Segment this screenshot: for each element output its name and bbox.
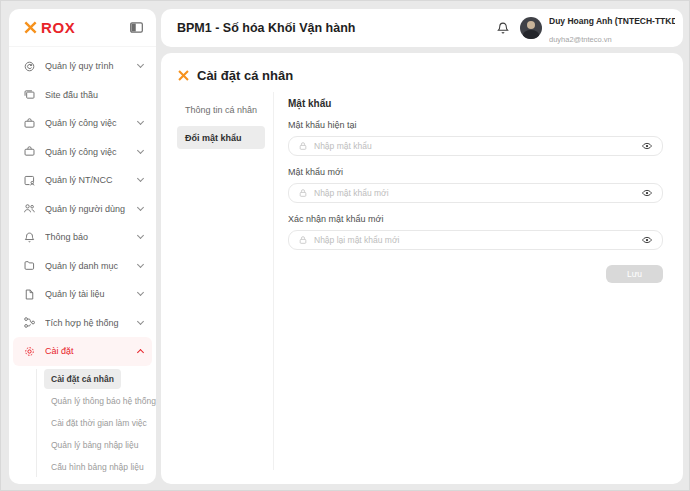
sidebar: ROX Quản lý quy trình Site đấu thầu Quản… [9, 9, 156, 484]
briefcase-icon [23, 117, 36, 130]
gear-icon [23, 345, 36, 358]
page-title-row: Cài đặt cá nhân [161, 53, 683, 92]
password-form: Mật khẩu Mật khẩu hiện tại Mật khẩu mới … [274, 92, 683, 470]
eye-icon[interactable] [641, 187, 653, 199]
sidebar-item-label: Site đấu thầu [45, 90, 143, 100]
folder-icon [23, 259, 36, 272]
sidebar-item-label: Quản lý quy trình [45, 61, 138, 71]
sidebar-subitem-system-notifications[interactable]: Quản lý thông báo hệ thống [44, 391, 156, 411]
sidebar-item-process[interactable]: Quản lý quy trình [9, 52, 156, 81]
main-content: Cài đặt cá nhân Thông tin cá nhân Đổi mậ… [161, 53, 683, 484]
sidebar-item-tasks-1[interactable]: Quản lý công việc [9, 109, 156, 138]
chevron-down-icon [137, 318, 144, 325]
sidebar-subitem-working-time[interactable]: Cài đặt thời gian làm việc [44, 413, 154, 433]
sidebar-item-site[interactable]: Site đấu thầu [9, 81, 156, 110]
chevron-down-icon [137, 232, 144, 239]
sidebar-item-users[interactable]: Quản lý người dùng [9, 195, 156, 224]
sidebar-item-label: Cài đặt [45, 346, 138, 356]
brand-x-icon [23, 20, 38, 35]
sidebar-item-label: Quản lý NT/NCC [45, 175, 138, 185]
settings-submenu: Cài đặt cá nhân Quản lý thông báo hệ thố… [36, 369, 150, 477]
user-texts: Duy Hoang Anh (TNTECH-TTKD TKT... duyha2… [549, 10, 675, 46]
sidebar-item-notifications[interactable]: Thông báo [9, 223, 156, 252]
sidebar-item-label: Quản lý người dùng [45, 204, 138, 214]
panel-collapse-icon[interactable] [129, 20, 144, 35]
settings-tabs: Thông tin cá nhân Đổi mật khẩu [161, 92, 273, 470]
form-heading: Mật khẩu [288, 98, 663, 109]
sidebar-item-label: Thông báo [45, 232, 138, 242]
app-title: BPM1 - Số hóa Khối Vận hành [177, 21, 355, 35]
briefcase-icon [23, 145, 36, 158]
new-password-label: Mật khẩu mới [288, 167, 663, 177]
confirm-password-label: Xác nhận mật khẩu mới [288, 214, 663, 224]
sidebar-item-label: Tích hợp hệ thống [45, 318, 138, 328]
current-password-wrap [288, 136, 663, 156]
chevron-down-icon [137, 147, 144, 154]
lock-icon [298, 141, 308, 151]
sidebar-subitem-input-tables[interactable]: Quản lý bảng nhập liệu [44, 435, 145, 455]
integration-icon [23, 316, 36, 329]
sidebar-item-categories[interactable]: Quản lý danh mục [9, 252, 156, 281]
user-name: Duy Hoang Anh (TNTECH-TTKD TKT... [549, 16, 675, 26]
confirm-password-wrap [288, 230, 663, 250]
chevron-down-icon [137, 61, 144, 68]
sidebar-nav: Quản lý quy trình Site đấu thầu Quản lý … [9, 47, 156, 477]
chevron-down-icon [137, 289, 144, 296]
avatar [520, 17, 542, 39]
topbar-right: Duy Hoang Anh (TNTECH-TTKD TKT... duyha2… [496, 10, 683, 46]
sidebar-item-documents[interactable]: Quản lý tài liệu [9, 280, 156, 309]
sidebar-item-label: Quản lý danh mục [45, 261, 138, 271]
bell-icon [23, 231, 36, 244]
sidebar-item-ntncc[interactable]: Quản lý NT/NCC [9, 166, 156, 195]
logo-row: ROX [9, 9, 156, 47]
chevron-down-icon [137, 118, 144, 125]
new-password-input[interactable] [314, 188, 635, 198]
page-title: Cài đặt cá nhân [197, 68, 293, 83]
brand-name: ROX [41, 19, 75, 36]
document-icon [23, 288, 36, 301]
user-email: duyha2@tnteco.vn [549, 35, 612, 44]
confirm-password-input[interactable] [314, 235, 635, 245]
bell-icon[interactable] [496, 21, 510, 35]
save-row: Lưu [288, 265, 663, 283]
lock-icon [298, 235, 308, 245]
current-password-label: Mật khẩu hiện tại [288, 120, 663, 130]
lock-icon [298, 188, 308, 198]
chevron-down-icon [137, 261, 144, 268]
process-icon [23, 60, 36, 73]
sidebar-item-integration[interactable]: Tích hợp hệ thống [9, 309, 156, 338]
eye-icon[interactable] [641, 234, 653, 246]
sidebar-item-label: Quản lý công việc [45, 147, 138, 157]
users-icon [23, 202, 36, 215]
content-body: Thông tin cá nhân Đổi mật khẩu Mật khẩu … [161, 92, 683, 484]
sidebar-item-settings[interactable]: Cài đặt [13, 337, 152, 366]
tab-personal-info[interactable]: Thông tin cá nhân [177, 98, 265, 121]
save-button[interactable]: Lưu [606, 265, 663, 283]
sidebar-item-label: Quản lý tài liệu [45, 289, 138, 299]
chevron-down-icon [137, 175, 144, 182]
monitor-user-icon [23, 174, 36, 187]
sidebar-item-label: Quản lý công việc [45, 118, 138, 128]
sidebar-subitem-input-table-config[interactable]: Cấu hình bảng nhập liệu [44, 457, 151, 477]
sidebar-item-tasks-2[interactable]: Quản lý công việc [9, 138, 156, 167]
chevron-up-icon [137, 349, 144, 356]
site-icon [23, 88, 36, 101]
chevron-down-icon [137, 204, 144, 211]
tab-change-password[interactable]: Đổi mật khẩu [177, 126, 265, 149]
brand-x-icon [177, 69, 190, 82]
topbar: BPM1 - Số hóa Khối Vận hành Duy Hoang An… [161, 9, 683, 47]
sidebar-subitem-personal-settings[interactable]: Cài đặt cá nhân [44, 369, 121, 389]
new-password-wrap [288, 183, 663, 203]
current-password-input[interactable] [314, 141, 635, 151]
eye-icon[interactable] [641, 140, 653, 152]
user-menu[interactable]: Duy Hoang Anh (TNTECH-TTKD TKT... duyha2… [520, 10, 675, 46]
